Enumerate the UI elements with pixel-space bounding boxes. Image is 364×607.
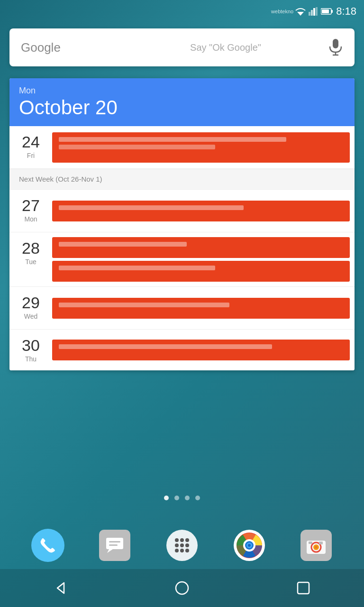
svg-rect-11 bbox=[106, 538, 123, 549]
svg-rect-8 bbox=[333, 39, 338, 48]
day-name-29: Wed bbox=[24, 313, 38, 320]
day-label-28: 28 Tue bbox=[9, 232, 52, 286]
status-time: 8:18 bbox=[336, 5, 356, 18]
nav-bar bbox=[0, 569, 364, 607]
svg-rect-13 bbox=[109, 541, 120, 543]
dock bbox=[0, 526, 364, 564]
svg-point-15 bbox=[175, 538, 179, 542]
svg-point-17 bbox=[185, 538, 189, 542]
dock-camera[interactable] bbox=[297, 526, 335, 564]
svg-point-28 bbox=[248, 544, 251, 547]
svg-rect-1 bbox=[309, 12, 310, 16]
week-separator-text: Next Week (Oct 26-Nov 1) bbox=[19, 175, 102, 183]
event-block-29-1[interactable] bbox=[52, 298, 350, 319]
search-bar[interactable]: Google Say "Ok Google" bbox=[9, 28, 355, 66]
nav-back-button[interactable] bbox=[46, 574, 75, 602]
event-row-29[interactable]: 29 Wed bbox=[9, 287, 355, 330]
home-icon bbox=[175, 581, 189, 595]
day-number-28: 28 bbox=[22, 240, 40, 256]
event-blur-29 bbox=[59, 303, 229, 307]
dot-4[interactable] bbox=[195, 496, 200, 500]
calendar-header-day: Mon bbox=[19, 86, 345, 96]
day-name-27: Mon bbox=[24, 215, 37, 223]
signal-icon bbox=[309, 7, 318, 16]
svg-rect-4 bbox=[316, 7, 318, 16]
event-row-30[interactable]: 30 Thu bbox=[9, 330, 355, 370]
svg-rect-34 bbox=[309, 542, 312, 544]
event-blur-2 bbox=[59, 145, 215, 149]
app-drawer-icon[interactable] bbox=[166, 530, 198, 561]
event-blur-28-2 bbox=[59, 266, 215, 270]
svg-point-18 bbox=[175, 543, 179, 547]
event-area-24 bbox=[52, 126, 355, 168]
dot-1[interactable] bbox=[164, 496, 169, 500]
page-dots bbox=[0, 496, 364, 500]
svg-marker-0 bbox=[297, 12, 304, 16]
day-label-29: 29 Wed bbox=[9, 287, 52, 329]
calendar-header: Mon October 20 bbox=[9, 78, 355, 126]
svg-rect-33 bbox=[319, 542, 323, 544]
svg-rect-14 bbox=[109, 544, 118, 546]
dock-chrome[interactable] bbox=[230, 526, 268, 564]
day-number-30: 30 bbox=[22, 337, 40, 353]
svg-point-19 bbox=[180, 543, 184, 547]
event-block-28-1[interactable] bbox=[52, 237, 350, 258]
dot-2[interactable] bbox=[174, 496, 179, 500]
event-blur-28-1 bbox=[59, 242, 187, 247]
day-name-24: Fri bbox=[27, 152, 35, 159]
event-area-30 bbox=[52, 330, 355, 370]
dot-3[interactable] bbox=[185, 496, 190, 500]
day-number-27: 27 bbox=[22, 197, 40, 213]
day-label-27: 27 Mon bbox=[9, 190, 52, 232]
svg-rect-6 bbox=[331, 10, 333, 13]
svg-point-16 bbox=[180, 538, 184, 542]
dock-drawer[interactable] bbox=[163, 526, 201, 564]
nav-recents-button[interactable] bbox=[289, 574, 318, 602]
dock-messages[interactable] bbox=[96, 526, 134, 564]
camera-svg bbox=[305, 534, 328, 557]
search-placeholder: Say "Ok Google" bbox=[123, 42, 328, 53]
svg-rect-7 bbox=[322, 9, 329, 13]
event-blur-30 bbox=[59, 344, 272, 349]
event-blur-1 bbox=[59, 137, 286, 142]
phone-icon[interactable] bbox=[31, 529, 64, 562]
calendar-body: 24 Fri Next Week (Oct 26-Nov 1) 27 Mon bbox=[9, 126, 355, 370]
event-row-28[interactable]: 28 Tue bbox=[9, 232, 355, 287]
day-number-24: 24 bbox=[22, 134, 40, 150]
svg-point-36 bbox=[176, 582, 188, 594]
event-row-27[interactable]: 27 Mon bbox=[9, 190, 355, 232]
svg-rect-37 bbox=[298, 582, 309, 594]
event-row-24[interactable]: 24 Fri bbox=[9, 126, 355, 169]
event-block-28-2[interactable] bbox=[52, 261, 350, 282]
event-blur-27 bbox=[59, 205, 244, 210]
day-name-28: Tue bbox=[25, 258, 36, 266]
chrome-icon[interactable] bbox=[234, 530, 265, 561]
camera-icon[interactable] bbox=[300, 530, 332, 561]
svg-point-20 bbox=[185, 543, 189, 547]
event-block-27-1[interactable] bbox=[52, 201, 350, 221]
dock-phone[interactable] bbox=[29, 526, 67, 564]
event-area-29 bbox=[52, 287, 355, 329]
calendar-widget[interactable]: Mon October 20 24 Fri Next Week (Oct 26-… bbox=[9, 78, 355, 370]
nav-home-button[interactable] bbox=[168, 574, 196, 602]
svg-marker-35 bbox=[57, 583, 64, 593]
day-number-29: 29 bbox=[22, 294, 40, 311]
battery-icon bbox=[321, 8, 333, 15]
event-block-30-1[interactable] bbox=[52, 340, 350, 360]
status-icons: 8:18 bbox=[295, 5, 356, 18]
wifi-icon bbox=[295, 7, 306, 16]
back-icon bbox=[54, 581, 68, 595]
mic-icon[interactable] bbox=[328, 40, 343, 55]
recents-icon bbox=[297, 581, 310, 595]
google-label: Google bbox=[21, 40, 123, 55]
svg-point-22 bbox=[180, 549, 184, 552]
week-separator: Next Week (Oct 26-Nov 1) bbox=[9, 169, 355, 190]
chrome-svg bbox=[237, 533, 262, 558]
day-name-30: Thu bbox=[25, 355, 36, 363]
brand-label: webtekno bbox=[271, 9, 293, 14]
event-block-24-1[interactable] bbox=[52, 132, 350, 163]
day-label-24: 24 Fri bbox=[9, 126, 52, 168]
svg-marker-12 bbox=[107, 549, 113, 553]
messages-icon[interactable] bbox=[99, 530, 130, 561]
svg-rect-2 bbox=[311, 10, 313, 16]
